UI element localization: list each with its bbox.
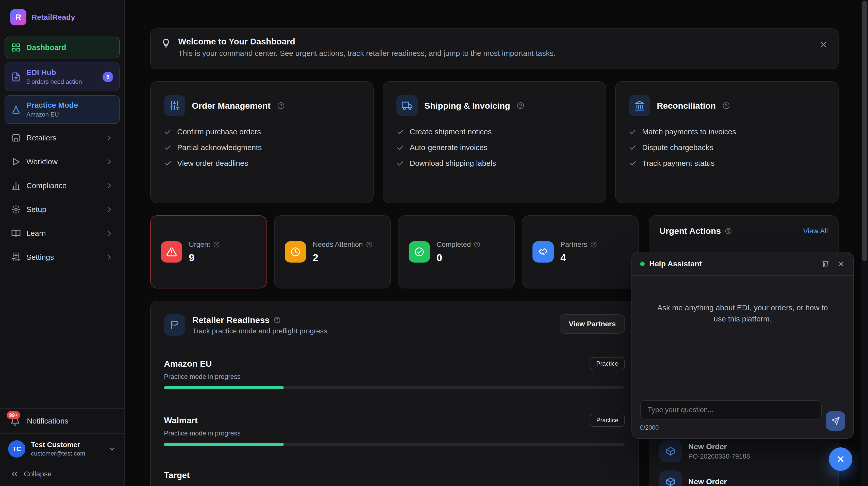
page-scrollbar[interactable]	[861, 0, 868, 486]
stat-card-needs-attention[interactable]: Needs Attention 2	[274, 215, 391, 288]
sidebar-bottom: 99+ Notifications TC Test Customer custo…	[0, 408, 124, 486]
progress-fill	[164, 386, 284, 389]
help-icon[interactable]	[725, 227, 732, 235]
progress-bar	[164, 443, 625, 446]
sliders-icon	[11, 252, 21, 262]
stat-label: Completed	[437, 240, 471, 249]
check-icon	[164, 144, 172, 151]
view-all-link[interactable]: View All	[803, 227, 828, 235]
help-icon[interactable]	[474, 241, 480, 248]
help-icon[interactable]	[590, 241, 597, 248]
banner-close-icon[interactable]	[819, 40, 828, 49]
chevron-right-icon	[105, 182, 113, 189]
order-list-item[interactable]: New Order PO-20260330-79188	[659, 440, 828, 462]
feature-title: Reconciliation	[657, 101, 716, 111]
sidebar-item-label: Workflow	[26, 157, 58, 166]
feature-item: Dispute chargebacks	[629, 143, 825, 152]
notifications-badge: 99+	[7, 412, 20, 419]
stat-card-urgent[interactable]: Urgent 9	[150, 215, 267, 288]
sidebar-item-practice-mode[interactable]: Practice Mode Amazon EU	[5, 95, 120, 124]
sidebar-item-setup[interactable]: Setup	[5, 200, 120, 219]
check-icon	[629, 159, 637, 167]
sidebar-item-compliance[interactable]: Compliance	[5, 176, 120, 195]
help-icon[interactable]	[517, 102, 524, 110]
retailer-status: Practice mode in progress	[164, 373, 625, 381]
package-icon	[659, 440, 682, 462]
assistant-title: Help Assistant	[649, 260, 702, 268]
sidebar-item-settings[interactable]: Settings	[5, 247, 120, 267]
order-sliders-icon	[164, 95, 185, 116]
clock-icon	[285, 241, 306, 263]
sidebar-item-edi-hub[interactable]: EDI Hub 9 orders need action 9	[5, 62, 120, 91]
sidebar-nav: Dashboard EDI Hub 9 orders need action 9…	[0, 32, 124, 271]
stat-label: Partners	[560, 240, 587, 249]
chevron-right-icon	[105, 206, 113, 213]
order-list-item[interactable]: New Order	[659, 470, 828, 486]
readiness-subtitle: Track practice mode and preflight progre…	[192, 327, 327, 335]
truck-icon	[397, 95, 418, 116]
sidebar-item-workflow[interactable]: Workflow	[5, 152, 120, 172]
storefront-icon	[11, 133, 21, 143]
chevron-right-icon	[105, 253, 113, 261]
lightbulb-icon	[161, 38, 171, 48]
sidebar-item-retailers[interactable]: Retailers	[5, 128, 120, 148]
user-menu[interactable]: TC Test Customer customer@test.com	[0, 433, 124, 464]
check-icon	[164, 128, 172, 135]
notifications-label: Notifications	[27, 417, 68, 425]
sidebar-item-label: Compliance	[26, 181, 66, 190]
feature-item: View order deadlines	[164, 159, 360, 168]
sidebar-item-dashboard[interactable]: Dashboard	[5, 36, 120, 58]
bar-chart-icon	[11, 181, 21, 190]
feature-item: Confirm purchase orders	[164, 127, 360, 136]
practice-badge[interactable]: Practice	[590, 414, 625, 427]
order-po-number: PO-20260330-79188	[688, 453, 750, 460]
retailer-row-amazon-eu: Amazon EU Practice Practice mode in prog…	[164, 357, 625, 389]
scrollbar-thumb[interactable]	[862, 1, 867, 261]
feature-cards: Order Management Confirm purchase orders…	[150, 81, 839, 203]
retailer-name: Target	[164, 470, 190, 480]
sidebar: R RetailReady Dashboard EDI Hub 9 orders…	[0, 0, 125, 486]
user-email: customer@test.com	[31, 450, 85, 457]
check-icon	[164, 159, 172, 167]
notifications-button[interactable]: 99+ Notifications	[0, 408, 124, 433]
feature-item: Auto-generate invoices	[397, 143, 592, 152]
brand: R RetailReady	[0, 0, 124, 32]
chevron-right-icon	[105, 134, 113, 142]
view-partners-button[interactable]: View Partners	[560, 314, 625, 334]
sidebar-item-label: Dashboard	[26, 43, 66, 52]
feature-card-shipping-invoicing[interactable]: Shipping & Invoicing Create shipment not…	[383, 81, 606, 203]
help-icon[interactable]	[274, 316, 281, 324]
order-title: New Order	[688, 477, 727, 486]
trash-icon[interactable]	[821, 260, 830, 268]
left-column: Urgent 9 Needs Attention 2	[150, 215, 639, 486]
help-icon[interactable]	[722, 102, 730, 110]
help-icon[interactable]	[277, 102, 285, 110]
sidebar-item-learn[interactable]: Learn	[5, 223, 120, 243]
bank-icon	[629, 95, 650, 116]
send-button[interactable]	[826, 412, 845, 431]
assistant-question-input[interactable]	[640, 400, 822, 420]
feature-card-reconciliation[interactable]: Reconciliation Match payments to invoice…	[615, 81, 839, 203]
collapse-button[interactable]: Collapse	[0, 464, 124, 486]
book-icon	[11, 229, 21, 238]
check-icon	[397, 128, 404, 135]
stat-card-partners[interactable]: Partners 4	[522, 215, 639, 288]
stat-value: 4	[560, 252, 597, 264]
stat-cards: Urgent 9 Needs Attention 2	[150, 215, 639, 288]
character-counter: 0/2000	[640, 424, 845, 431]
check-circle-icon	[409, 241, 430, 263]
welcome-banner: Welcome to Your Dashboard This is your c…	[150, 28, 839, 69]
alert-triangle-icon	[161, 241, 182, 263]
feature-title: Shipping & Invoicing	[424, 101, 510, 111]
feature-card-order-management[interactable]: Order Management Confirm purchase orders…	[150, 81, 374, 203]
help-icon[interactable]	[366, 241, 373, 248]
assistant-close-icon[interactable]	[837, 260, 845, 268]
sidebar-item-label: EDI Hub	[26, 68, 82, 77]
help-assistant-popup: Help Assistant Ask me anything about EDI…	[631, 252, 854, 439]
practice-badge[interactable]: Practice	[590, 357, 625, 370]
help-icon[interactable]	[213, 241, 220, 248]
brand-name: RetailReady	[31, 13, 75, 22]
order-title: New Order	[688, 442, 750, 451]
assistant-fab-close-button[interactable]	[829, 447, 852, 471]
stat-card-completed[interactable]: Completed 0	[398, 215, 515, 288]
